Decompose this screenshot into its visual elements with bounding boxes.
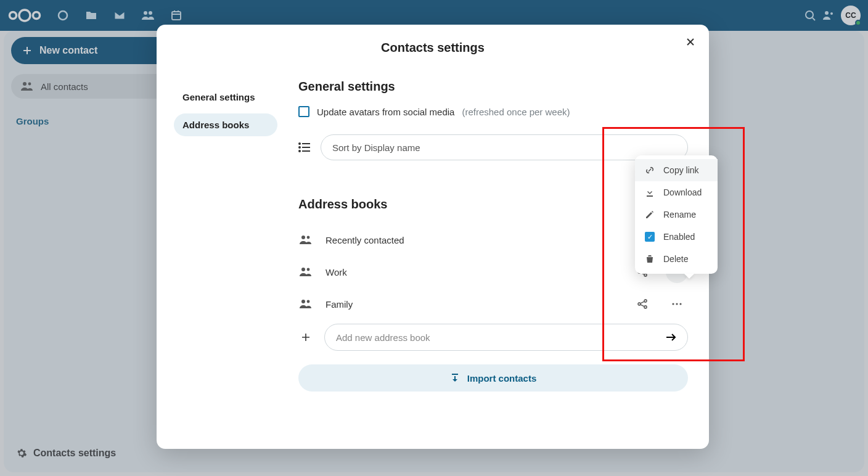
- svg-point-45: [672, 303, 674, 305]
- svg-point-41: [644, 300, 647, 302]
- menu-enabled[interactable]: ✓ Enabled: [635, 226, 718, 248]
- add-address-book-input[interactable]: Add new address book: [324, 324, 688, 351]
- svg-point-24: [299, 147, 300, 148]
- group-icon: [298, 299, 313, 309]
- svg-point-32: [644, 274, 647, 276]
- menu-download[interactable]: Download: [635, 181, 718, 203]
- menu-label: Copy link: [663, 165, 699, 175]
- ab-label: Family: [326, 299, 619, 310]
- modal-title: Contacts settings: [157, 25, 709, 61]
- menu-copy-link[interactable]: Copy link: [635, 159, 718, 181]
- svg-point-46: [676, 303, 678, 305]
- update-avatars-checkbox[interactable]: Update avatars from social media (refres…: [298, 106, 688, 117]
- nav-address-books[interactable]: Address books: [174, 113, 277, 136]
- address-book-row-recent: Recently contacted: [298, 224, 688, 256]
- menu-label: Enabled: [663, 232, 695, 242]
- general-heading: General settings: [298, 80, 688, 94]
- sort-value: Sort by Display name: [332, 142, 420, 153]
- address-book-row-family: Family: [298, 288, 688, 320]
- svg-point-38: [301, 300, 305, 303]
- menu-label: Download: [663, 187, 702, 197]
- menu-rename[interactable]: Rename: [635, 203, 718, 226]
- svg-point-23: [299, 143, 300, 144]
- modal-nav: General settings Address books: [157, 61, 286, 448]
- add-placeholder: Add new address book: [336, 332, 430, 343]
- svg-point-29: [307, 268, 310, 271]
- arrow-right-icon[interactable]: [665, 332, 678, 342]
- svg-point-39: [307, 300, 310, 303]
- ab-label: Recently contacted: [326, 235, 688, 245]
- svg-point-28: [301, 268, 305, 271]
- list-icon: [298, 142, 311, 153]
- checkbox-icon: [298, 106, 309, 117]
- close-button[interactable]: [682, 33, 699, 51]
- svg-point-26: [301, 236, 305, 239]
- checkbox-hint: (refreshed once per week): [462, 107, 570, 117]
- svg-point-42: [644, 306, 647, 308]
- checked-icon: ✓: [645, 232, 655, 242]
- svg-point-25: [299, 150, 300, 152]
- import-label: Import contacts: [467, 373, 537, 384]
- svg-line-44: [641, 305, 644, 306]
- share-icon[interactable]: [631, 293, 653, 315]
- nav-general-settings[interactable]: General settings: [174, 86, 277, 109]
- settings-modal: Contacts settings General settings Addre…: [157, 25, 709, 449]
- address-books-heading: Address books: [298, 197, 688, 211]
- svg-line-43: [641, 302, 644, 303]
- menu-delete[interactable]: Delete: [635, 248, 718, 270]
- address-book-row-work: Work: [298, 256, 688, 288]
- address-book-menu: Copy link Download Rename ✓ Enabled Dele…: [635, 155, 718, 274]
- more-icon[interactable]: [666, 293, 688, 315]
- menu-label: Delete: [663, 254, 688, 264]
- sort-by-select[interactable]: Sort by Display name: [321, 134, 688, 160]
- import-contacts-button[interactable]: Import contacts: [298, 364, 688, 392]
- ab-label: Work: [326, 267, 619, 277]
- plus-icon: [298, 332, 313, 342]
- group-icon: [298, 267, 313, 277]
- checkbox-label: Update avatars from social media: [317, 107, 454, 117]
- svg-point-47: [679, 303, 681, 305]
- group-icon: [298, 235, 313, 245]
- svg-point-27: [307, 236, 310, 239]
- svg-point-40: [638, 303, 641, 305]
- menu-label: Rename: [663, 210, 696, 220]
